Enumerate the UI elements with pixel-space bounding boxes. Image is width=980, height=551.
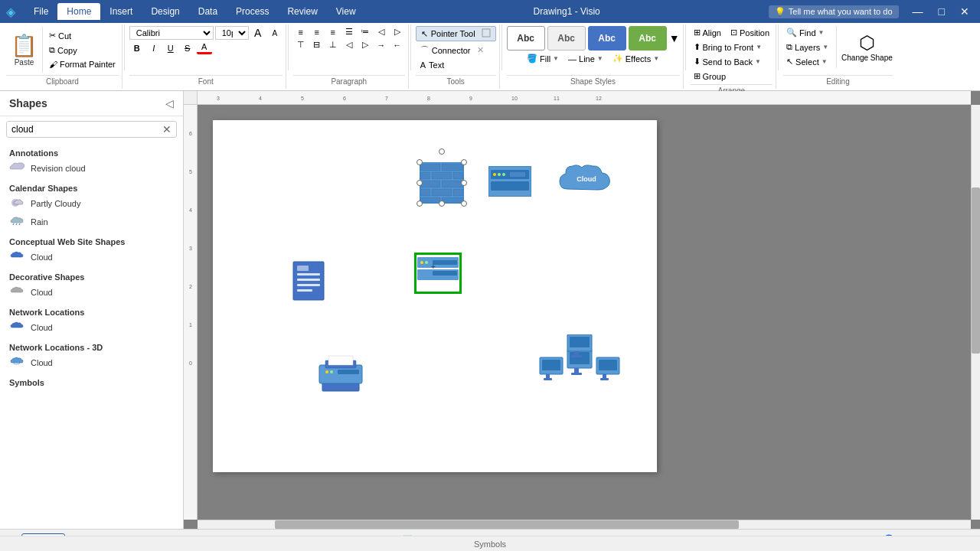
cloud-shape[interactable]: Cloud	[556, 162, 617, 197]
handle-br[interactable]	[461, 201, 467, 207]
tab-data[interactable]: Data	[189, 3, 227, 20]
align-bottom-button[interactable]: ⊥	[325, 39, 341, 51]
sidebar-collapse-button[interactable]: ◁	[165, 97, 174, 109]
bold-button[interactable]: B	[129, 43, 145, 54]
change-shape-label[interactable]: Change Shape	[841, 54, 893, 62]
handle-ml[interactable]	[416, 180, 423, 186]
line-icon: —	[568, 54, 577, 64]
tab-home[interactable]: Home	[57, 3, 100, 20]
server-panel-svg	[488, 166, 531, 197]
bullets-button[interactable]: ☰	[341, 26, 357, 37]
shape-rain[interactable]: Rain	[0, 213, 183, 231]
tab-insert[interactable]: Insert	[100, 3, 142, 20]
server-panel-shape[interactable]	[488, 166, 531, 197]
shape-style-4-button[interactable]: Abc	[629, 26, 667, 51]
shape-decorative-cloud[interactable]: Cloud	[0, 283, 183, 302]
selected-server-shape[interactable]: +	[416, 254, 460, 292]
shape-network-cloud[interactable]: Cloud	[0, 318, 183, 337]
connector-button[interactable]: ⌒ Connector ✕	[416, 43, 488, 57]
bring-to-front-button[interactable]: ⬆ Bring to Front ▼	[691, 41, 766, 54]
format-painter-button[interactable]: 🖌 Format Painter	[46, 58, 119, 70]
vertical-scrollbar[interactable]	[971, 105, 980, 520]
tab-process[interactable]: Process	[227, 3, 278, 20]
handle-tl[interactable]	[416, 159, 423, 165]
select-button[interactable]: ↖ Select ▼	[783, 55, 831, 68]
align-middle-button[interactable]: ⊟	[309, 39, 325, 51]
network-computers-shape[interactable]	[538, 334, 622, 396]
align-top-button[interactable]: ⊤	[293, 39, 309, 51]
tab-file[interactable]: File	[24, 3, 57, 20]
search-clear-button[interactable]: ✕	[158, 122, 176, 137]
shrink-font-button[interactable]: A	[267, 28, 283, 38]
rtl-button[interactable]: ←	[390, 40, 405, 51]
minimize-button[interactable]: —	[908, 4, 928, 19]
shape-revision-cloud[interactable]: Revision cloud	[0, 159, 183, 178]
grow-font-button[interactable]: A	[250, 26, 266, 40]
shape-styles-more-button[interactable]: ▼	[669, 32, 680, 44]
search-input[interactable]	[7, 122, 158, 137]
underline-button[interactable]: U	[163, 43, 178, 54]
vertical-scroll-thumb[interactable]	[972, 187, 980, 354]
shape-conceptual-cloud[interactable]: Cloud	[0, 248, 183, 266]
find-button[interactable]: 🔍 Find ▼	[783, 26, 831, 39]
copy-button[interactable]: ⧉ Copy	[46, 44, 119, 57]
brick-wall-shape[interactable]	[420, 162, 464, 204]
strikethrough-button[interactable]: S	[180, 43, 195, 54]
search-tellme[interactable]: 💡 Tell me what you want to do	[769, 5, 899, 18]
handle-tr[interactable]	[461, 159, 467, 165]
send-to-back-button[interactable]: ⬇ Send to Back ▼	[691, 55, 764, 68]
italic-button[interactable]: I	[146, 43, 162, 54]
horizontal-scrollbar[interactable]	[198, 520, 971, 529]
canvas-scroll[interactable]: Cloud	[198, 105, 971, 520]
group-button[interactable]: ⊞ Group	[691, 70, 730, 83]
document-stack-shape[interactable]	[289, 258, 328, 302]
increase-indent-button[interactable]: ▷	[390, 26, 405, 37]
ltr-button[interactable]: →	[374, 40, 389, 51]
align-left-button[interactable]: ≡	[293, 27, 309, 37]
shape-style-3-button[interactable]: Abc	[588, 26, 626, 51]
effects-button[interactable]: ✨ Effects ▼	[609, 52, 662, 65]
tab-view[interactable]: View	[327, 3, 365, 20]
paste-button[interactable]: 📋 Paste	[6, 26, 43, 73]
align-right-button[interactable]: ≡	[325, 27, 341, 37]
shape-style-1-button[interactable]: Abc	[507, 26, 545, 51]
pointer-dropdown	[482, 28, 491, 39]
svg-rect-36	[442, 197, 463, 203]
sidebar-header: Shapes ◁	[0, 91, 183, 116]
canvas-area[interactable]: 3 4 5 6 7 8 9 10 11 12 6 5 4 3 2 1	[184, 91, 980, 529]
handle-mr[interactable]	[461, 180, 467, 186]
editing-label: Editing	[783, 75, 893, 87]
text-tool-button[interactable]: A Text	[416, 59, 449, 71]
layers-button[interactable]: ⧉ Layers ▼	[783, 41, 831, 54]
maximize-button[interactable]: □	[934, 4, 949, 19]
align-center-button[interactable]: ≡	[309, 27, 325, 37]
numbering-button[interactable]: ≔	[358, 26, 373, 37]
printer-shape[interactable]	[316, 350, 365, 393]
handle-bm[interactable]	[439, 201, 445, 207]
shape-partly-cloudy[interactable]: Partly Cloudy	[0, 194, 183, 213]
close-button[interactable]: ✕	[956, 4, 974, 19]
tab-review[interactable]: Review	[278, 3, 326, 20]
position-button[interactable]: ⊡ Position	[727, 26, 773, 39]
font-size-selector[interactable]: 10pt.	[215, 26, 249, 40]
decrease-para-button[interactable]: ◁	[341, 39, 357, 51]
align-button[interactable]: ⊞ Align	[691, 26, 724, 39]
cut-button[interactable]: ✂ Cut	[46, 29, 119, 42]
increase-para-button[interactable]: ▷	[358, 39, 373, 51]
tab-design[interactable]: Design	[142, 3, 188, 20]
select-arrow: ▼	[822, 58, 828, 65]
horizontal-scroll-thumb[interactable]	[275, 520, 739, 529]
line-button[interactable]: — Line ▼	[565, 52, 606, 65]
handle-bl[interactable]	[416, 201, 423, 207]
drawing-canvas[interactable]: Cloud	[213, 120, 657, 472]
shape-network-3d-cloud[interactable]: Cloud	[0, 354, 183, 372]
network-3d-cloud-icon	[9, 356, 24, 370]
decrease-indent-button[interactable]: ◁	[374, 26, 389, 37]
paste-label: Paste	[15, 58, 34, 67]
shape-style-2-button[interactable]: Abc	[547, 26, 586, 51]
handle-rot[interactable]	[439, 148, 445, 155]
font-color-button[interactable]: A	[197, 41, 212, 54]
pointer-tool-button[interactable]: ↖ Pointer Tool	[416, 26, 496, 41]
fill-button[interactable]: 🪣 Fill ▼	[524, 52, 562, 65]
font-family-selector[interactable]: Calibri	[129, 26, 214, 40]
